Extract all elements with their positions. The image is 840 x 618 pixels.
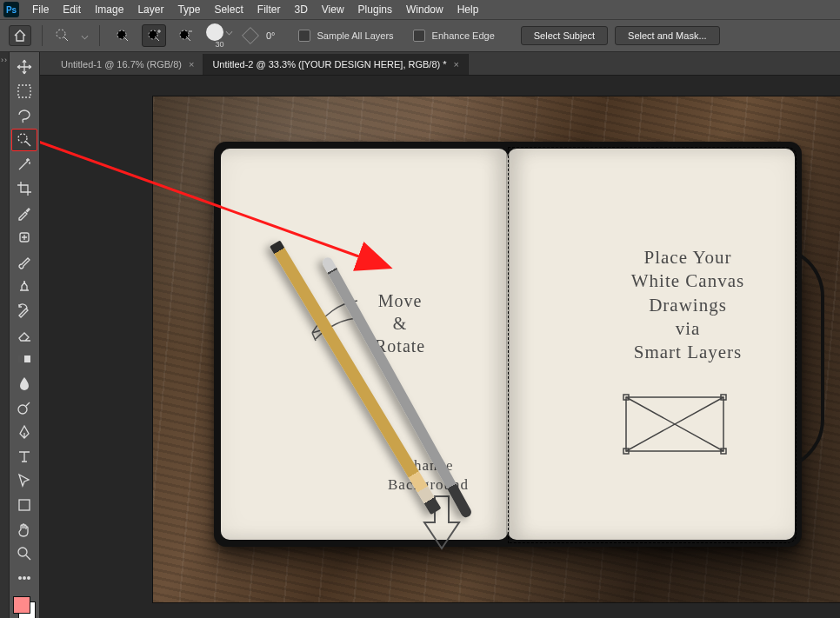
enhance-edge-label: Enhance Edge [432,30,495,41]
menu-3d[interactable]: 3D [288,2,313,17]
document-area: Untitled-1 @ 16.7% (RGB/8) × Untitled-2 … [40,52,840,618]
select-and-mask-button[interactable]: Select and Mask... [615,26,720,45]
healing-brush-tool[interactable] [11,226,37,249]
brush-size-value: 30 [215,41,223,49]
workspace: ›› Untitled-1 @ 16.7% (RGB/8) [0,52,840,618]
document-tabs: Untitled-1 @ 16.7% (RGB/8) × Untitled-2 … [40,52,840,76]
sample-all-layers-checkbox[interactable] [298,30,310,42]
eraser-tool[interactable] [11,323,37,346]
panel-gutter[interactable]: ›› [0,52,10,618]
expand-icon: ›› [1,56,8,64]
toolbar [10,52,40,618]
shape-tool[interactable] [11,494,37,516]
svg-rect-10 [19,500,30,510]
eyedropper-tool[interactable] [11,202,37,224]
active-selection [508,147,797,543]
quick-selection-tool[interactable] [11,129,37,151]
crop-tool[interactable] [11,177,37,200]
svg-point-13 [23,577,26,580]
menu-image[interactable]: Image [89,2,130,17]
app-logo: Ps [3,2,19,17]
lasso-tool[interactable] [11,104,37,127]
tab-label: Untitled-1 @ 16.7% (RGB/8) [61,59,182,70]
magic-wand-tool[interactable] [11,153,37,176]
brush-circle-icon [206,23,223,41]
options-bar: 30 0° Sample All Layers Enhance Edge Sel… [0,19,840,52]
enhance-edge-checkbox[interactable] [413,30,425,42]
subtract-from-selection-button[interactable] [173,24,197,47]
menu-file[interactable]: File [26,2,55,17]
tool-preset-picker[interactable] [53,26,72,45]
select-subject-button[interactable]: Select Subject [521,26,608,45]
close-tab-icon[interactable]: × [189,59,194,70]
blur-tool[interactable] [11,372,37,395]
path-selection-tool[interactable] [11,469,37,492]
selection-new-icon [116,29,130,43]
type-tool[interactable] [11,445,37,468]
hand-tool[interactable] [11,518,37,541]
menu-help[interactable]: Help [451,2,485,17]
add-to-selection-button[interactable] [142,24,166,47]
svg-point-9 [18,405,27,414]
brush-angle-value[interactable]: 0° [266,30,276,41]
zoom-tool[interactable] [11,542,37,565]
menu-filter[interactable]: Filter [251,2,287,17]
menu-plugins[interactable]: Plugins [352,2,398,17]
dodge-tool[interactable] [11,396,37,419]
edit-toolbar[interactable] [11,567,37,589]
tab-label: Untitled-2 @ 33.3% ([YOUR DESIGN HERE], … [212,59,446,70]
chevron-down-icon [226,29,233,36]
canvas-viewport[interactable]: Move & Rotate Change Background Place Yo… [40,76,840,618]
history-brush-tool[interactable] [11,299,37,322]
svg-point-11 [18,548,27,556]
gradient-tool[interactable] [11,348,37,370]
document-tab-2[interactable]: Untitled-2 @ 33.3% ([YOUR DESIGN HERE], … [203,54,469,75]
svg-point-14 [28,577,30,580]
move-tool[interactable] [11,56,37,78]
menu-select[interactable]: Select [208,2,249,17]
left-page-text-move-rotate: Move & Rotate [375,289,425,357]
selection-subtract-icon [178,29,192,43]
color-swatches[interactable] [13,596,36,618]
svg-point-12 [19,577,22,580]
angle-icon[interactable] [242,27,259,44]
menu-window[interactable]: Window [400,2,450,17]
home-icon [13,30,27,42]
clone-stamp-tool[interactable] [11,275,37,297]
menu-layer[interactable]: Layer [131,2,170,17]
menu-type[interactable]: Type [171,2,206,17]
close-tab-icon[interactable]: × [454,59,459,70]
brush-tool[interactable] [11,250,37,273]
svg-rect-4 [18,85,30,97]
brush-size-picker[interactable]: 30 [206,23,233,49]
chevron-down-icon[interactable] [82,32,89,39]
pen-tool[interactable] [11,421,37,443]
sample-all-layers-label: Sample All Layers [317,30,394,41]
menu-bar: Ps File Edit Image Layer Type Select Fil… [0,0,840,19]
document-tab-1[interactable]: Untitled-1 @ 16.7% (RGB/8) × [52,54,203,75]
new-selection-button[interactable] [110,24,135,47]
svg-rect-8 [18,356,24,362]
home-button[interactable] [9,25,31,46]
marquee-tool[interactable] [11,80,37,103]
separator [99,25,100,46]
menu-view[interactable]: View [316,2,350,17]
selection-add-icon [147,29,161,43]
foreground-color-swatch[interactable] [13,596,30,614]
separator [42,25,43,46]
quick-selection-icon [55,28,70,43]
menu-edit[interactable]: Edit [57,2,87,17]
canvas[interactable]: Move & Rotate Change Background Place Yo… [153,96,840,602]
